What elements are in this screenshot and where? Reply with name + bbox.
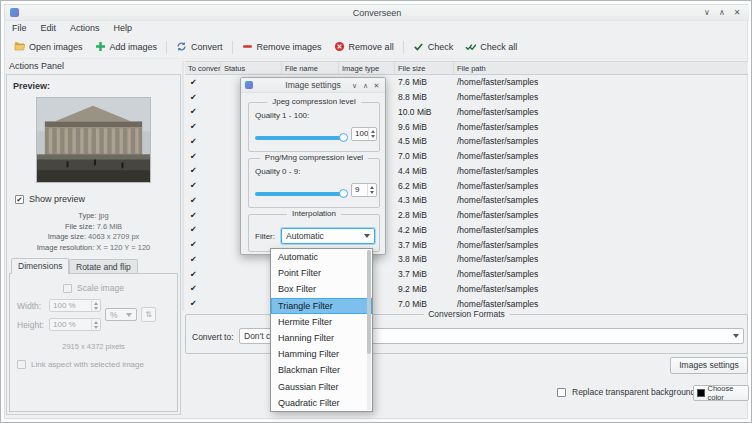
png-quality-slider[interactable]: [255, 192, 347, 196]
column-file-name[interactable]: File name: [282, 62, 339, 74]
tab-dimensions[interactable]: Dimensions: [11, 258, 69, 274]
check-label: Check: [428, 42, 454, 52]
dialog-close-icon[interactable]: ✕: [371, 80, 382, 91]
filter-option[interactable]: Hamming Filter: [271, 346, 372, 362]
add-icon: [95, 41, 106, 54]
row-file-path: /home/faster/samples: [454, 122, 748, 132]
row-check-icon[interactable]: ✔: [185, 211, 221, 220]
row-file-path: /home/faster/samples: [454, 225, 748, 235]
check-all-icon: [465, 41, 476, 54]
row-file-path: /home/faster/samples: [454, 166, 748, 176]
menu-edit[interactable]: Edit: [34, 21, 64, 36]
pixel-size-note: 2915 x 4372 pixels: [7, 342, 180, 351]
column-status[interactable]: Status: [221, 62, 282, 74]
jpeg-quality-slider[interactable]: [255, 136, 347, 140]
row-file-path: /home/faster/samples: [454, 299, 748, 309]
scale-image-checkbox[interactable]: Scale image: [7, 283, 180, 293]
check-button[interactable]: Check: [407, 38, 460, 57]
popup-scrollbar-thumb[interactable]: [367, 250, 371, 354]
images-settings-button[interactable]: Images settings: [670, 357, 748, 374]
link-aspect-label: Link aspect with selected image: [31, 360, 144, 369]
chevron-down-icon: [364, 234, 370, 238]
row-check-icon[interactable]: ✔: [185, 196, 221, 205]
replace-transparent-label: Replace transparent background: [572, 387, 695, 397]
row-check-icon[interactable]: ✔: [185, 122, 221, 131]
link-dimensions-button[interactable]: ⇅: [141, 307, 156, 322]
convert-button[interactable]: Convert: [170, 38, 229, 57]
actions-panel-title: Actions Panel: [5, 59, 182, 73]
row-file-size: 9.6 MiB: [395, 122, 454, 132]
show-preview-checkbox[interactable]: ✔ Show preview: [15, 194, 85, 204]
width-spinbox[interactable]: 100 %: [49, 299, 101, 312]
remove-icon: [242, 41, 253, 54]
row-check-icon[interactable]: ✔: [185, 270, 221, 279]
menu-actions[interactable]: Actions: [63, 21, 107, 36]
column-image-type[interactable]: Image type: [339, 62, 395, 74]
row-check-icon[interactable]: ✔: [185, 240, 221, 249]
slider-handle[interactable]: [339, 133, 348, 142]
filter-option[interactable]: Quadratic Filter: [271, 395, 372, 411]
spin-arrows-icon[interactable]: [91, 300, 100, 311]
interpolation-group: Interpolation Filter: Automatic: [248, 214, 380, 252]
slider-handle[interactable]: [339, 189, 348, 198]
filter-option[interactable]: Hermite Filter: [271, 314, 372, 330]
replace-transparent-checkbox[interactable]: Replace transparent background: [557, 387, 695, 397]
menu-help[interactable]: Help: [107, 21, 140, 36]
image-settings-dialog: Image settings ∨ ∧ ✕ Jpeg compression le…: [240, 77, 386, 255]
dialog-minimize-icon[interactable]: ∨: [349, 80, 360, 91]
jpeg-quality-label: Quality 1 - 100:: [255, 111, 309, 120]
filter-option[interactable]: Hanning Filter: [271, 330, 372, 346]
row-check-icon[interactable]: ✔: [185, 107, 221, 116]
filter-combobox[interactable]: Automatic: [281, 228, 375, 244]
add-images-label: Add images: [110, 42, 158, 52]
filter-option[interactable]: Triangle Filter: [271, 298, 372, 314]
row-check-icon[interactable]: ✔: [185, 284, 221, 293]
column-to-convert[interactable]: To convert: [185, 62, 221, 74]
row-check-icon[interactable]: ✔: [185, 78, 221, 87]
remove-images-button[interactable]: Remove images: [236, 38, 328, 57]
row-check-icon[interactable]: ✔: [185, 255, 221, 264]
menu-file[interactable]: File: [5, 21, 34, 36]
remove-all-button[interactable]: Remove all: [328, 38, 400, 57]
row-check-icon[interactable]: ✔: [185, 137, 221, 146]
close-icon[interactable]: ✕: [730, 7, 744, 19]
height-spinbox[interactable]: 100 %: [49, 318, 101, 331]
column-file-size[interactable]: File size: [395, 62, 454, 74]
titlebar[interactable]: Converseen ∨ ∧ ✕: [5, 5, 749, 21]
check-all-button[interactable]: Check all: [459, 38, 523, 57]
row-check-icon[interactable]: ✔: [185, 152, 221, 161]
unit-combobox[interactable]: %: [105, 308, 137, 321]
filter-option[interactable]: Point Filter: [271, 265, 372, 281]
row-check-icon[interactable]: ✔: [185, 225, 221, 234]
row-check-icon[interactable]: ✔: [185, 181, 221, 190]
link-aspect-checkbox[interactable]: Link aspect with selected image: [17, 360, 144, 369]
minimize-icon[interactable]: ∨: [700, 7, 714, 19]
png-compression-group: Png/Mng compression level Quality 0 - 9:…: [248, 158, 380, 208]
toolbar-separator: [166, 41, 167, 54]
popup-scrollbar[interactable]: [367, 250, 371, 410]
tab-rotate-and-flip[interactable]: Rotate and flip: [69, 259, 138, 274]
dialog-maximize-icon[interactable]: ∧: [360, 80, 371, 91]
filter-option[interactable]: Automatic: [271, 249, 372, 265]
spin-arrows-icon[interactable]: [368, 128, 376, 140]
jpeg-quality-spinbox[interactable]: 100: [351, 127, 377, 141]
filter-option[interactable]: Box Filter: [271, 281, 372, 297]
png-quality-spinbox[interactable]: 9: [351, 183, 377, 197]
panel-splitter[interactable]: [182, 61, 184, 311]
row-check-icon[interactable]: ✔: [185, 299, 221, 308]
open-images-button[interactable]: Open images: [8, 38, 89, 56]
column-file-path[interactable]: File path: [454, 62, 748, 74]
dialog-titlebar[interactable]: Image settings ∨ ∧ ✕: [241, 78, 385, 93]
row-file-size: 8.8 MiB: [395, 92, 454, 102]
add-images-button[interactable]: Add images: [89, 38, 164, 57]
row-check-icon[interactable]: ✔: [185, 93, 221, 102]
choose-color-button[interactable]: Choose color: [693, 385, 749, 401]
spin-arrows-icon[interactable]: [91, 319, 100, 330]
filter-option[interactable]: Gaussian Filter: [271, 379, 372, 395]
row-check-icon[interactable]: ✔: [185, 166, 221, 175]
maximize-icon[interactable]: ∧: [715, 7, 729, 19]
link-icon: ⇅: [145, 310, 152, 319]
filter-option[interactable]: Blackman Filter: [271, 362, 372, 378]
jpeg-group-title: Jpeg compression level: [267, 97, 361, 106]
spin-arrows-icon[interactable]: [367, 184, 376, 196]
